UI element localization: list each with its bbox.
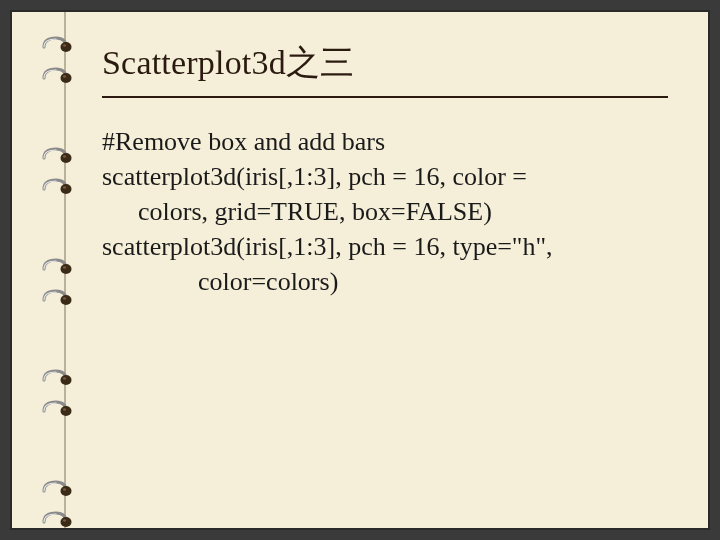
svg-point-18 (61, 517, 72, 527)
binder-ring-icon (42, 258, 86, 280)
code-line: scatterplot3d(iris[,1:3], pch = 16, colo… (102, 159, 668, 194)
binder-ring-icon (42, 178, 86, 200)
binder-ring-icon (42, 36, 86, 58)
svg-point-8 (61, 264, 72, 274)
binder-ring-icon (42, 369, 86, 391)
svg-point-6 (61, 184, 72, 194)
svg-point-19 (63, 519, 66, 522)
binder-ring-icon (42, 67, 86, 89)
svg-point-14 (61, 406, 72, 416)
svg-point-11 (63, 297, 66, 300)
code-line: scatterplot3d(iris[,1:3], pch = 16, type… (102, 229, 668, 264)
binder-ring-icon (42, 511, 86, 533)
svg-point-0 (61, 42, 72, 52)
binder-ring-icon (42, 289, 86, 311)
code-line: #Remove box and add bars (102, 124, 668, 159)
code-line: color=colors) (102, 264, 668, 299)
svg-point-16 (61, 486, 72, 496)
svg-point-10 (61, 295, 72, 305)
svg-point-9 (63, 266, 66, 269)
slide-body: #Remove box and add bars scatterplot3d(i… (102, 124, 668, 299)
binder-ring-icon (42, 480, 86, 502)
binder-ring-icon (42, 147, 86, 169)
slide: Scatterplot3d之三 #Remove box and add bars… (10, 10, 710, 530)
svg-point-2 (61, 73, 72, 83)
svg-point-17 (63, 488, 66, 491)
svg-point-3 (63, 75, 66, 78)
spiral-binding (42, 12, 82, 528)
svg-point-4 (61, 153, 72, 163)
svg-point-5 (63, 155, 66, 158)
binder-ring-icon (42, 400, 86, 422)
svg-point-12 (61, 375, 72, 385)
svg-point-7 (63, 186, 66, 189)
svg-point-13 (63, 377, 66, 380)
slide-title: Scatterplot3d之三 (102, 40, 668, 98)
svg-point-1 (63, 44, 66, 47)
svg-point-15 (63, 408, 66, 411)
code-line: colors, grid=TRUE, box=FALSE) (102, 194, 668, 229)
